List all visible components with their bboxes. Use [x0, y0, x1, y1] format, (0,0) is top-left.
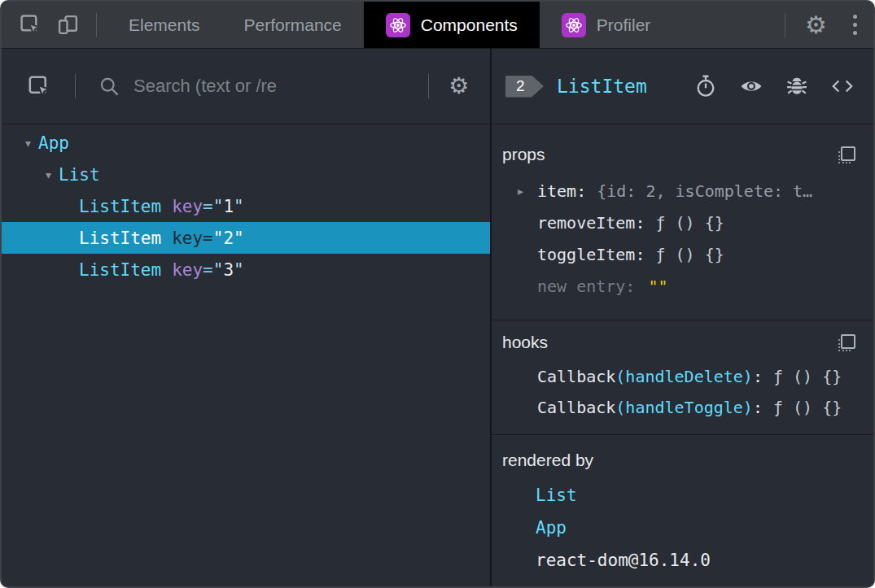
prop-value: {id: 2, isComplete: t… [597, 181, 812, 201]
key-eq: = [203, 260, 213, 280]
device-toolbar-icon[interactable] [49, 14, 86, 36]
tree-toolbar: ⚙ [2, 49, 490, 124]
search-bar [87, 75, 428, 98]
copy-icon[interactable] [838, 146, 855, 163]
tab-label: Performance [244, 15, 342, 35]
copy-icon[interactable] [838, 334, 855, 351]
details-header: 2 ListItem [492, 49, 873, 124]
new-entry-value[interactable]: "" [648, 277, 667, 296]
devtools-tabbar: Elements Performance Components [2, 2, 873, 49]
view-source-icon[interactable] [831, 75, 854, 98]
suspense-stopwatch-icon[interactable] [694, 75, 717, 98]
tree-item-list[interactable]: ▾ List [2, 159, 490, 190]
selected-component-title: ListItem [557, 76, 647, 97]
props-section: props ▸ item: {id: 2, isComplete: t… rem… [492, 124, 873, 320]
props-section-title: props [502, 144, 545, 165]
prop-value: ƒ () {} [655, 245, 724, 264]
prop-value: ƒ () {} [655, 213, 724, 233]
expand-arrow-icon[interactable]: ▾ [38, 168, 59, 181]
key-badge[interactable]: 2 [505, 76, 544, 98]
component-details-panel: 2 ListItem [492, 49, 873, 586]
tree-item-app[interactable]: ▾ App [2, 127, 490, 159]
tab-components[interactable]: Components [364, 2, 540, 48]
search-input[interactable] [132, 75, 428, 98]
tree-item-listitem-1[interactable]: ListItem key="1" [2, 190, 490, 222]
component-name: ListItem [79, 260, 161, 280]
hooks-section-title: hooks [502, 332, 548, 353]
toolbar-separator [96, 13, 97, 37]
component-tree: ▾ App ▾ List ListItem key="1" ListItem k… [2, 124, 490, 285]
inspect-dom-eye-icon[interactable] [740, 75, 763, 98]
rendered-by-react-dom: react-dom@16.14.0 [500, 544, 862, 577]
react-logo-icon [562, 13, 586, 37]
log-bug-icon[interactable] [785, 75, 808, 98]
tree-item-listitem-2-selected[interactable]: ListItem key="2" [2, 222, 490, 254]
inspect-cursor-icon[interactable] [11, 14, 49, 36]
tab-elements[interactable]: Elements [107, 2, 222, 48]
key-value: 1 [223, 197, 234, 216]
component-name: List [59, 165, 100, 185]
components-tree-panel: ⚙ ▾ App ▾ List ListItem key="1" [2, 49, 492, 586]
devtools-window: Elements Performance Components [0, 0, 875, 588]
tree-item-listitem-3[interactable]: ListItem key="3" [2, 254, 490, 285]
key-attr: key [172, 260, 203, 280]
hook-fn-name: (handleToggle) [615, 398, 753, 417]
expand-arrow-icon[interactable]: ▾ [18, 137, 38, 150]
key-attr: key [172, 197, 203, 216]
component-name: ListItem [79, 229, 161, 248]
tab-label: Components [421, 15, 518, 35]
expand-arrow-icon[interactable]: ▸ [518, 185, 537, 198]
component-name: ListItem [79, 197, 161, 216]
tab-label: Profiler [597, 15, 651, 35]
key-value: 2 [223, 229, 234, 248]
devtools-main: ⚙ ▾ App ▾ List ListItem key="1" [2, 49, 873, 586]
details-sections: props ▸ item: {id: 2, isComplete: t… rem… [492, 124, 873, 586]
toolbar-separator [428, 74, 429, 98]
key-attr: key [172, 229, 203, 248]
rendered-by-list-link[interactable]: List [500, 479, 862, 512]
hook-fn-name: (handleDelete) [615, 367, 753, 386]
prop-row-new-entry[interactable]: new entry: "" [500, 270, 862, 302]
settings-gear-icon[interactable]: ⚙ [445, 75, 469, 98]
tab-performance[interactable]: Performance [222, 2, 364, 48]
key-value: 3 [223, 260, 234, 280]
hook-row-handledelete[interactable]: Callback(handleDelete): ƒ () {} [500, 361, 862, 392]
rendered-by-section: rendered by List App react-dom@16.14.0 [492, 435, 873, 588]
toolbar-separator [75, 74, 76, 98]
prop-row-item[interactable]: ▸ item: {id: 2, isComplete: t… [500, 175, 862, 207]
prop-row-toggleitem[interactable]: toggleItem: ƒ () {} [500, 238, 862, 270]
key-eq: = [203, 197, 213, 216]
settings-gear-icon[interactable]: ⚙ [795, 13, 837, 37]
tab-profiler[interactable]: Profiler [540, 2, 673, 48]
hook-row-handletoggle[interactable]: Callback(handleToggle): ƒ () {} [500, 392, 862, 423]
rendered-by-title: rendered by [502, 450, 593, 471]
rendered-by-app-link[interactable]: App [500, 512, 862, 544]
new-entry-label: new entry: [537, 277, 635, 296]
component-name: App [38, 133, 69, 153]
search-icon [98, 76, 120, 98]
inspect-cursor-icon[interactable] [20, 75, 59, 98]
key-eq: = [203, 229, 213, 248]
more-menu-icon[interactable] [837, 15, 873, 35]
hook-value: ƒ () {} [773, 367, 842, 386]
react-logo-icon [386, 13, 410, 37]
hook-value: ƒ () {} [773, 398, 842, 417]
tab-label: Elements [129, 15, 200, 35]
hooks-section: hooks Callback(handleDelete): ƒ () {} Ca… [492, 320, 873, 435]
prop-row-removeitem[interactable]: removeItem: ƒ () {} [500, 207, 862, 238]
toolbar-separator [785, 13, 785, 37]
